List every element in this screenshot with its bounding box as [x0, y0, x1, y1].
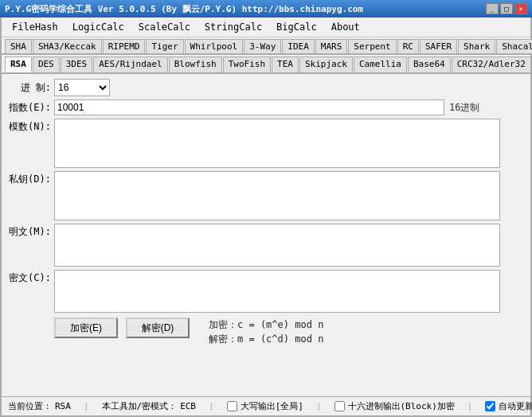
- sep3: |: [316, 401, 322, 411]
- plain-text-label: 明文(M):: [8, 224, 54, 239]
- sep4: |: [467, 401, 473, 411]
- tab-whirlpool[interactable]: Whirlpool: [185, 39, 244, 53]
- private-key-label: 私钥(D):: [8, 171, 54, 186]
- menu-bar: FileHash LogicCalc ScaleCalc StringCalc …: [2, 18, 530, 37]
- plain-text-row: 明文(M):: [8, 224, 524, 267]
- tool-label: 本工具加/密模式：: [102, 400, 178, 412]
- tab-skipjack[interactable]: Skipjack: [299, 57, 353, 72]
- title-text: P.Y.G密码学综合工具 Ver 5.0.0.5 (By 飘云/P.Y.G) h…: [5, 3, 363, 15]
- menu-logiccalc[interactable]: LogicCalc: [65, 19, 131, 35]
- tab-row-1: SHA SHA3/Keccak RIPEMD Tiger Whirlpool 3…: [2, 37, 530, 55]
- hex-label: 十六进制输出(Block)加密: [348, 400, 455, 412]
- base-label: 进 制:: [8, 81, 54, 95]
- hex-item[interactable]: 十六进制输出(Block)加密: [334, 400, 455, 412]
- tab-ripemd[interactable]: RIPEMD: [103, 39, 146, 53]
- index-input[interactable]: [54, 99, 444, 115]
- menu-bigcalc[interactable]: BigCalc: [269, 19, 324, 35]
- location-label: 当前位置：: [8, 400, 52, 412]
- menu-scalecalc[interactable]: ScaleCalc: [131, 19, 198, 35]
- tab-serpent[interactable]: Serpent: [348, 39, 396, 53]
- sep2: |: [209, 401, 214, 411]
- tool-value: ECB: [180, 401, 196, 411]
- tab-row-2: RSA DES 3DES AES/Rijndael Blowfish TwoFi…: [2, 55, 530, 74]
- tab-safer[interactable]: SAFER: [420, 39, 457, 53]
- close-button[interactable]: ✕: [514, 3, 527, 14]
- formula-block: 加密：c = (m^e) mod n 解密：m = (c^d) mod n: [209, 318, 323, 346]
- decrypt-button[interactable]: 解密(D): [126, 318, 190, 338]
- tab-3way[interactable]: 3-Way: [244, 39, 281, 53]
- tab-aes[interactable]: AES/Rijndael: [93, 57, 167, 72]
- status-bar: 当前位置： RSA | 本工具加/密模式： ECB | 大写输出[全局] | 十…: [2, 396, 530, 415]
- base-select[interactable]: 16 10 8 2: [54, 79, 110, 96]
- location-item: 当前位置： RSA: [8, 400, 71, 412]
- auto-checkbox[interactable]: [485, 401, 495, 411]
- auto-label: 自动更新: [499, 400, 532, 412]
- tab-crc32[interactable]: CRC32/Adler32: [452, 57, 531, 72]
- tab-rc[interactable]: RC: [397, 39, 419, 53]
- formula-encrypt: 加密：c = (m^e) mod n: [209, 318, 323, 332]
- private-key-textarea[interactable]: [54, 171, 500, 220]
- main-window: FileHash LogicCalc ScaleCalc StringCalc …: [0, 18, 532, 417]
- formula-decrypt: 解密：m = (c^d) mod n: [209, 332, 323, 346]
- modulus-textarea[interactable]: [54, 119, 500, 168]
- tab-tea[interactable]: TEA: [272, 57, 299, 72]
- plain-text-textarea[interactable]: [54, 224, 500, 267]
- index-hint: 16进制: [449, 101, 479, 115]
- menu-about[interactable]: About: [324, 19, 367, 35]
- window-controls: _ □ ✕: [486, 3, 527, 14]
- tab-camellia[interactable]: Camellia: [354, 57, 407, 72]
- title-bar: P.Y.G密码学综合工具 Ver 5.0.0.5 (By 飘云/P.Y.G) h…: [0, 0, 532, 18]
- base-row: 进 制: 16 10 8 2: [8, 79, 524, 96]
- button-row: 加密(E) 解密(D) 加密：c = (m^e) mod n 解密：m = (c…: [54, 318, 524, 346]
- maximize-button[interactable]: □: [500, 3, 513, 14]
- tool-item: 本工具加/密模式： ECB: [102, 400, 197, 412]
- index-label: 指数(E):: [8, 101, 54, 115]
- auto-item[interactable]: 自动更新: [485, 400, 532, 412]
- tab-twofish[interactable]: TwoFish: [223, 57, 271, 72]
- modulus-label: 模数(N):: [8, 119, 54, 134]
- menu-stringcalc[interactable]: StringCalc: [198, 19, 269, 35]
- tab-base64[interactable]: Base64: [408, 57, 451, 72]
- cipher-text-textarea[interactable]: [54, 270, 500, 313]
- tab-sha[interactable]: SHA: [5, 39, 32, 53]
- tab-tiger[interactable]: Tiger: [146, 39, 183, 53]
- encrypt-button[interactable]: 加密(E): [54, 318, 118, 338]
- tab-3des[interactable]: 3DES: [61, 57, 93, 72]
- hex-checkbox[interactable]: [334, 401, 345, 411]
- tab-rsa[interactable]: RSA: [5, 57, 32, 72]
- tab-mars[interactable]: MARS: [315, 39, 348, 53]
- uppercase-label: 大写输出[全局]: [241, 400, 303, 412]
- sep1: |: [84, 401, 89, 411]
- private-key-row: 私钥(D):: [8, 171, 524, 220]
- modulus-row: 模数(N):: [8, 119, 524, 168]
- tab-sha3keccak[interactable]: SHA3/Keccak: [33, 39, 102, 53]
- location-value: RSA: [55, 401, 71, 411]
- index-row: 指数(E): 16进制: [8, 99, 524, 115]
- uppercase-item[interactable]: 大写输出[全局]: [227, 400, 303, 412]
- cipher-text-row: 密文(C):: [8, 270, 524, 313]
- content-area: 进 制: 16 10 8 2 指数(E): 16进制 模数(N): 私钥(D):: [2, 74, 530, 351]
- tab-idea[interactable]: IDEA: [282, 39, 315, 53]
- tab-shark[interactable]: Shark: [458, 39, 495, 53]
- uppercase-checkbox[interactable]: [227, 401, 237, 411]
- tab-shacal2[interactable]: Shacal2: [496, 39, 532, 53]
- tab-blowfish[interactable]: Blowfish: [169, 57, 222, 72]
- menu-filehash[interactable]: FileHash: [5, 19, 65, 35]
- tab-des[interactable]: DES: [33, 57, 60, 72]
- minimize-button[interactable]: _: [486, 3, 499, 14]
- cipher-text-label: 密文(C):: [8, 270, 54, 285]
